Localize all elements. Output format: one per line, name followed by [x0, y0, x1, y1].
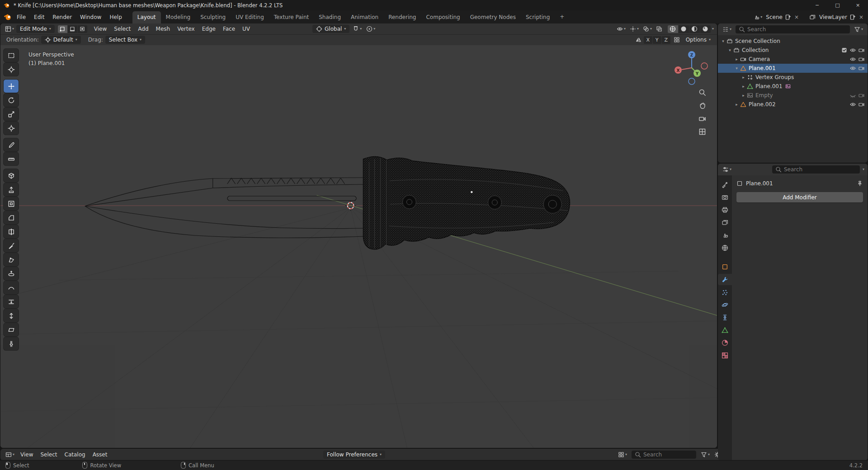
tool-rotate[interactable] — [4, 94, 19, 107]
outliner-row-plane-002[interactable]: ▸Plane.002 — [718, 100, 868, 109]
tool-edge-slide[interactable] — [4, 295, 19, 308]
menu-window[interactable]: Window — [76, 12, 105, 22]
scene-name[interactable]: Scene — [766, 14, 783, 20]
browse-scene-button[interactable]: ▾ — [752, 13, 764, 21]
mirror-axis-x[interactable]: X — [644, 36, 652, 44]
chevron-down-icon[interactable]: ▾ — [726, 48, 733, 52]
minimize-button[interactable]: ─ — [807, 0, 827, 10]
outliner-search-input[interactable] — [747, 26, 847, 33]
viewport-menu-add[interactable]: Add — [134, 24, 152, 33]
asset-filter-dropdown[interactable]: ▾ — [699, 451, 711, 459]
editor-type-button[interactable]: ▾ — [4, 25, 15, 33]
chevron-right-icon[interactable]: ▸ — [740, 93, 747, 98]
menu-edit[interactable]: Edit — [30, 12, 48, 22]
outliner-row-empty[interactable]: ▸Empty — [718, 91, 868, 100]
edge-select-mode-button[interactable] — [68, 25, 77, 33]
material-shading-button[interactable] — [689, 25, 700, 33]
viewport-menu-mesh[interactable]: Mesh — [152, 24, 174, 33]
workspace-tab-layout[interactable]: Layout — [132, 11, 161, 24]
properties-tab-material[interactable] — [718, 337, 732, 348]
asset-menu-select[interactable]: Select — [37, 450, 61, 459]
maximize-button[interactable]: □ — [827, 0, 848, 10]
workspace-tab-compositing[interactable]: Compositing — [421, 11, 465, 24]
drag-setting-select[interactable]: Select Box▾ — [105, 36, 145, 44]
properties-tab-object[interactable] — [718, 261, 732, 273]
workspace-tab-shading[interactable]: Shading — [314, 11, 346, 24]
xray-toggle[interactable] — [655, 25, 664, 33]
orientation-setting-select[interactable]: Default▾ — [41, 36, 81, 44]
chevron-right-icon[interactable]: ▸ — [740, 84, 747, 89]
tool-scale[interactable] — [4, 108, 19, 121]
asset-menu-asset[interactable]: Asset — [89, 450, 111, 459]
viewport-menu-select[interactable]: Select — [110, 24, 134, 33]
render-visibility-icon[interactable] — [857, 56, 866, 62]
workspace-tab-rendering[interactable]: Rendering — [383, 11, 421, 24]
collection-checkbox-icon[interactable] — [840, 47, 849, 53]
menu-help[interactable]: Help — [105, 12, 126, 22]
workspace-tab-uv-editing[interactable]: UV Editing — [231, 11, 269, 24]
viewport-canvas[interactable]: User Perspective (1) Plane.001 — [0, 45, 717, 448]
tool-shrink-fatten[interactable] — [4, 309, 19, 322]
snap-extras-button[interactable] — [672, 36, 681, 44]
properties-tab-constraints[interactable] — [718, 312, 732, 323]
render-visibility-icon[interactable] — [857, 101, 866, 108]
render-visibility-icon[interactable] — [857, 92, 866, 99]
chevron-down-icon[interactable]: ▾ — [720, 39, 726, 43]
camera-view-icon[interactable] — [698, 115, 706, 122]
tool-loop-cut[interactable] — [4, 225, 19, 238]
tool-add-cube[interactable] — [4, 169, 19, 182]
mode-select[interactable]: Edit Mode▾ — [16, 25, 55, 33]
tool-extrude-region[interactable] — [4, 183, 19, 196]
outliner-filter-dropdown[interactable]: ▾ — [853, 25, 864, 33]
hide-viewport-icon[interactable] — [849, 47, 857, 53]
outliner-row-plane-001[interactable]: ▸Plane.001 — [718, 82, 868, 91]
hide-viewport-icon[interactable] — [849, 65, 857, 71]
properties-tab-data[interactable] — [718, 324, 732, 336]
gizmos-dropdown[interactable]: ▾ — [628, 25, 640, 33]
add-workspace-button[interactable]: + — [556, 11, 568, 23]
workspace-tab-geometry-nodes[interactable]: Geometry Nodes — [465, 11, 521, 24]
chevron-down-icon[interactable]: ▾ — [733, 66, 740, 70]
tool-poly-build[interactable] — [4, 253, 19, 266]
shading-dropdown[interactable]: ▾ — [712, 27, 714, 31]
tool-shear[interactable] — [4, 323, 19, 336]
tool-knife[interactable] — [4, 239, 19, 252]
remove-viewlayer-icon[interactable]: × — [858, 14, 864, 20]
render-visibility-icon[interactable] — [857, 47, 866, 53]
visibility-dropdown[interactable]: ▾ — [615, 25, 627, 33]
chevron-right-icon[interactable]: ▸ — [740, 75, 747, 80]
tool-annotate[interactable] — [4, 138, 19, 151]
hide-viewport-icon[interactable] — [849, 101, 857, 108]
viewport-menu-face[interactable]: Face — [219, 24, 239, 33]
menu-file[interactable]: File — [13, 12, 30, 22]
add-modifier-button[interactable]: Add Modifier — [736, 192, 863, 202]
asset-search-input[interactable] — [643, 451, 693, 458]
proportional-edit-dropdown[interactable]: ▾ — [365, 25, 377, 33]
outliner-row-collection[interactable]: ▾Collection — [718, 46, 868, 55]
pin-icon[interactable] — [857, 180, 863, 187]
tool-rip-region[interactable] — [4, 337, 19, 350]
new-viewlayer-icon[interactable] — [849, 14, 856, 20]
snap-dropdown[interactable]: ▾ — [351, 25, 363, 33]
ortho-toggle-icon[interactable] — [698, 128, 706, 136]
wireframe-shading-button[interactable] — [668, 25, 678, 33]
workspace-tab-sculpting[interactable]: Sculpting — [195, 11, 231, 24]
chevron-right-icon[interactable]: ▸ — [733, 57, 740, 61]
properties-tab-view-layer[interactable] — [718, 217, 732, 228]
tool-spin[interactable] — [4, 267, 19, 280]
asset-editor-type-button[interactable]: ▾ — [4, 451, 16, 459]
workspace-tab-modeling[interactable]: Modeling — [161, 11, 196, 24]
menu-render[interactable]: Render — [48, 12, 76, 22]
hide-viewport-icon[interactable] — [849, 56, 857, 62]
solid-shading-button[interactable] — [679, 25, 689, 33]
properties-tab-scene[interactable] — [718, 230, 732, 241]
mirror-axis-z[interactable]: Z — [662, 36, 670, 44]
viewlayer-name[interactable]: ViewLayer — [819, 14, 847, 20]
navigation-gizmo[interactable]: Z X Y — [673, 49, 711, 88]
properties-tab-render[interactable] — [718, 192, 732, 203]
properties-editor-type-button[interactable]: ▾ — [721, 165, 733, 174]
properties-tab-tool[interactable] — [718, 179, 732, 190]
properties-options-dropdown[interactable]: ▾ — [863, 168, 864, 171]
workspace-tab-texture-paint[interactable]: Texture Paint — [269, 11, 314, 24]
outliner-row-camera[interactable]: ▸Camera — [718, 55, 868, 64]
